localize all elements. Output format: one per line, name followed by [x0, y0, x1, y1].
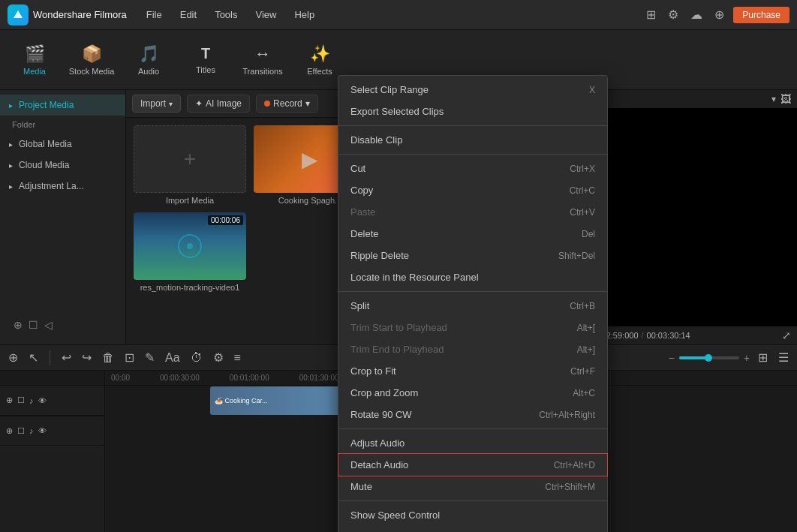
motion-duration: 00:00:06: [208, 215, 243, 225]
zoom-out-icon[interactable]: −: [669, 352, 675, 364]
toolbar-media[interactable]: 🎬 Media: [8, 33, 62, 87]
svg-point-2: [187, 243, 193, 249]
import-dropdown-arrow: ▾: [169, 100, 173, 108]
toolbar-transitions[interactable]: ↔ Transitions: [236, 33, 290, 87]
track-volume-icon[interactable]: ♪: [29, 396, 34, 405]
preview-time-sep: /: [642, 331, 644, 340]
ctx-item-detach-audio[interactable]: Detach AudioCtrl+Alt+D: [338, 454, 607, 476]
zoom-slider[interactable]: [679, 356, 739, 359]
sidebar-item-folder[interactable]: Folder: [0, 116, 125, 134]
zoom-in-icon[interactable]: +: [744, 352, 750, 364]
ctx-item-locate-resource[interactable]: Locate in the Resource Panel: [338, 266, 607, 288]
ctx-item-show-speed[interactable]: Show Speed Control: [338, 504, 607, 526]
timeline-edit-icon[interactable]: ✎: [143, 348, 157, 367]
audio-icon: 🎵: [139, 44, 159, 64]
toolbar-audio[interactable]: 🎵 Audio: [122, 33, 176, 87]
ctx-item-export-selected[interactable]: Export Selected Clips: [338, 101, 607, 122]
ctx-item-rotate-90[interactable]: Rotate 90 CWCtrl+Alt+Right: [338, 404, 607, 425]
menu-tools[interactable]: Tools: [207, 6, 245, 23]
ctx-shortcut-trim-start: Alt+[: [577, 323, 595, 333]
media-item-import[interactable]: + Import Media: [134, 125, 246, 205]
ctx-shortcut-mute: Ctrl+Shift+M: [545, 482, 595, 492]
track2-add-icon[interactable]: ⊕: [6, 426, 13, 436]
ctx-item-crop-zoom[interactable]: Crop and ZoomAlt+C: [338, 382, 607, 404]
toolbar-stock-media[interactable]: 📦 Stock Media: [65, 33, 119, 87]
ctx-item-crop-to-fit[interactable]: Crop to FitCtrl+F: [338, 360, 607, 382]
menu-file[interactable]: File: [139, 6, 170, 23]
timeline-redo-icon[interactable]: ↪: [80, 348, 94, 367]
timeline-list-icon[interactable]: ☰: [776, 348, 791, 367]
toolbar-titles[interactable]: T Titles: [179, 33, 233, 87]
toolbar-stock-label: Stock Media: [69, 67, 115, 76]
sidebar-folder-btn[interactable]: ☐: [29, 319, 38, 331]
track2-lock-icon[interactable]: ☐: [17, 426, 25, 436]
effects-icon: ✨: [310, 44, 330, 64]
sidebar-add-btn[interactable]: ⊕: [14, 319, 23, 331]
settings-icon[interactable]: ⚙: [665, 5, 681, 25]
ctx-item-select-clip-range[interactable]: Select Clip RangeX: [338, 79, 607, 101]
ctx-label-export-selected: Export Selected Clips: [350, 106, 595, 117]
ctx-label-trim-end: Trim End to Playhead: [350, 344, 577, 355]
ctx-shortcut-paste: Ctrl+V: [570, 207, 595, 218]
record-dropdown-arrow: ▾: [305, 98, 310, 109]
timeline-speed-icon[interactable]: ⏱: [188, 349, 205, 367]
timeline-crop-icon[interactable]: ⊡: [122, 348, 137, 367]
ctx-shortcut-split: Ctrl+B: [570, 301, 595, 311]
ctx-item-ripple-delete[interactable]: Ripple DeleteShift+Del: [338, 245, 607, 266]
timeline-delete-icon[interactable]: 🗑: [100, 349, 116, 367]
ctx-label-delete: Delete: [350, 228, 582, 239]
ctx-label-mute: Mute: [350, 481, 545, 492]
preview-dropdown-arrow[interactable]: ▾: [771, 94, 776, 104]
track2-volume-icon[interactable]: ♪: [29, 426, 34, 435]
timeline-undo-icon[interactable]: ↩: [59, 348, 74, 367]
menu-help[interactable]: Help: [287, 6, 322, 23]
timeline-select-icon[interactable]: ↖: [26, 348, 41, 367]
track-eye-icon[interactable]: 👁: [38, 396, 47, 405]
timeline-menu-icon[interactable]: ≡: [232, 349, 243, 367]
record-button[interactable]: Record ▾: [256, 95, 318, 113]
ruler-mark-0: 00:00: [111, 374, 130, 382]
ctx-item-delete[interactable]: DeleteDel: [338, 223, 607, 245]
sidebar-item-cloud-media[interactable]: ▸ Cloud Media: [0, 155, 125, 176]
ctx-item-trim-end: Trim End to PlayheadAlt+]: [338, 338, 607, 360]
sidebar-item-global-media[interactable]: ▸ Global Media: [0, 134, 125, 155]
sidebar-item-adjustment[interactable]: ▸ Adjustment La...: [0, 176, 125, 197]
media-item-motion[interactable]: 00:00:06 res_motion-tracking-video1: [134, 212, 246, 292]
ctx-item-cut[interactable]: CutCtrl+X: [338, 158, 607, 179]
plus-icon: +: [184, 147, 196, 171]
ctx-item-split[interactable]: SplitCtrl+B: [338, 295, 607, 317]
ctx-label-show-speed: Show Speed Control: [350, 509, 595, 521]
zoom-handle[interactable]: [705, 354, 712, 362]
ctx-item-disable-clip[interactable]: Disable Clip: [338, 129, 607, 151]
ctx-label-ripple-delete: Ripple Delete: [350, 250, 558, 261]
cloud-icon[interactable]: ☁: [687, 5, 705, 25]
purchase-button[interactable]: Purchase: [733, 7, 789, 23]
ctx-item-trim-start: Trim Start to PlayheadAlt+[: [338, 317, 607, 338]
track2-eye-icon[interactable]: 👁: [38, 426, 47, 435]
menu-view[interactable]: View: [248, 6, 284, 23]
add-icon[interactable]: ⊕: [711, 5, 727, 25]
sidebar-item-project-media[interactable]: ▸ Project Media: [0, 95, 125, 116]
timeline-add-track-icon[interactable]: ⊕: [6, 348, 20, 367]
track-add-icon[interactable]: ⊕: [6, 395, 13, 405]
timeline-grid-icon[interactable]: ⊞: [756, 348, 770, 367]
menu-edit[interactable]: Edit: [173, 6, 204, 23]
stock-media-icon: 📦: [82, 44, 102, 64]
ctx-item-copy[interactable]: CopyCtrl+C: [338, 179, 607, 201]
ctx-separator-after-rotate-90: [338, 428, 607, 429]
ctx-item-uniform-speed[interactable]: Uniform SpeedCtrl+R: [338, 526, 607, 532]
timeline-text-icon[interactable]: Aa: [163, 349, 182, 367]
sidebar-collapse-btn[interactable]: ◁: [44, 319, 53, 331]
timeline-zoom-area: − +: [669, 352, 750, 364]
track-lock-icon[interactable]: ☐: [17, 395, 25, 405]
ctx-item-adjust-audio[interactable]: Adjust Audio: [338, 432, 607, 454]
arrow-icon: ▸: [9, 101, 13, 110]
ai-image-button[interactable]: ✦ AI Image: [187, 95, 250, 113]
layout-icon[interactable]: ⊞: [643, 5, 659, 25]
toolbar-transitions-label: Transitions: [242, 67, 282, 76]
timeline-settings-icon[interactable]: ⚙: [211, 348, 226, 367]
preview-expand-icon[interactable]: ⤢: [782, 329, 791, 341]
ctx-item-mute[interactable]: MuteCtrl+Shift+M: [338, 476, 607, 497]
preview-image-icon[interactable]: 🖼: [780, 93, 791, 105]
import-button[interactable]: Import ▾: [132, 95, 181, 113]
